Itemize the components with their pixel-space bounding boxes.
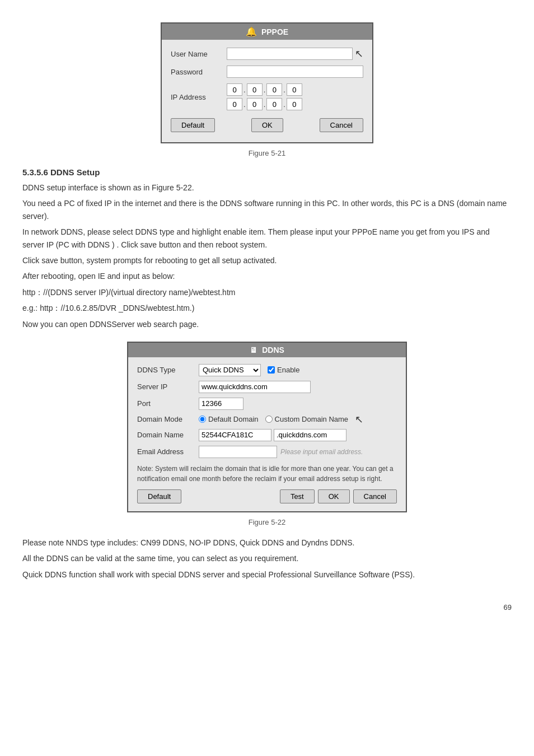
pppoe-title-icon: 🔔 — [246, 26, 257, 37]
section-535-p3: In network DDNS, please select DDNS type… — [22, 226, 512, 251]
figure-522-caption: Figure 5-22 — [22, 518, 512, 526]
domain-name-input[interactable] — [199, 429, 271, 441]
domain-name-label: Domain Name — [137, 431, 199, 439]
ddns-ok-button[interactable]: OK — [318, 489, 350, 503]
section-535-p1: DDNS setup interface is shown as in Figu… — [22, 181, 512, 194]
ddns-title-icon: 🖥 — [250, 346, 257, 354]
ddns-note: Note: System will reclaim the domain tha… — [137, 464, 397, 484]
port-row: Port — [137, 398, 397, 410]
custom-domain-label: Custom Domain Name — [275, 415, 349, 423]
section-535: 5.3.5.6 DDNS Setup DDNS setup interface … — [22, 167, 512, 330]
default-domain-option: Default Domain — [199, 415, 259, 423]
email-address-row: Email Address Please input email address… — [137, 446, 397, 458]
pppoe-title-bar: 🔔 PPPOE — [162, 24, 372, 40]
ddns-title-bar: 🖥 DDNS — [128, 343, 406, 357]
pppoe-cancel-button[interactable]: Cancel — [320, 118, 363, 132]
ddns-type-select[interactable]: Quick DDNS CN99 DDNS NO-IP DDNS Dyndns D… — [199, 364, 261, 376]
ip1-seg4[interactable] — [287, 83, 302, 96]
section-535-link1: http：//(DDNS server IP)/(virtual directo… — [22, 286, 512, 298]
default-domain-radio[interactable] — [199, 416, 206, 423]
pppoe-ok-button[interactable]: OK — [251, 118, 283, 132]
custom-domain-option: Custom Domain Name — [265, 415, 349, 423]
ddns-buttons: Default Test OK Cancel — [137, 489, 397, 505]
email-address-label: Email Address — [137, 447, 199, 456]
domain-cursor-icon: ↖ — [355, 414, 363, 424]
password-row: Password — [171, 66, 363, 78]
section-535-p2: You need a PC of fixed IP in the interne… — [22, 197, 512, 222]
pppoe-default-button[interactable]: Default — [171, 118, 215, 132]
server-ip-row: Server IP — [137, 381, 397, 393]
domain-name-row: Domain Name — [137, 429, 397, 441]
ddns-dialog-container: 🖥 DDNS DDNS Type Quick DDNS CN99 DDNS NO… — [22, 342, 512, 512]
cursor-icon: ↖ — [355, 49, 363, 59]
ddns-cancel-button[interactable]: Cancel — [353, 489, 397, 503]
bottom-text-section: Please note NNDS type includes: CN99 DDN… — [22, 536, 512, 581]
domain-suffix-input[interactable] — [274, 429, 346, 441]
ip2-seg4[interactable] — [287, 98, 302, 110]
bottom-p3: Quick DDNS function shall work with spec… — [22, 568, 512, 581]
domain-mode-label: Domain Mode — [137, 415, 199, 423]
email-input[interactable] — [199, 446, 277, 458]
section-535-p5: After rebooting, open IE and input as be… — [22, 270, 512, 282]
ddns-dialog: 🖥 DDNS DDNS Type Quick DDNS CN99 DDNS NO… — [127, 342, 407, 512]
ddns-enable-checkbox[interactable] — [268, 366, 275, 374]
username-label: User Name — [171, 50, 227, 58]
ddns-type-enable: Quick DDNS CN99 DDNS NO-IP DDNS Dyndns D… — [199, 364, 299, 376]
page-number: 69 — [22, 603, 512, 612]
server-ip-label: Server IP — [137, 382, 199, 391]
domain-name-inputs — [199, 429, 346, 441]
username-input[interactable] — [227, 48, 353, 60]
domain-mode-row: Domain Mode Default Domain Custom Domain… — [137, 414, 397, 424]
pppoe-dialog: 🔔 PPPOE User Name ↖ Password IP Address … — [161, 22, 373, 143]
bottom-p2: All the DDNS can be valid at the same ti… — [22, 552, 512, 564]
ip1-seg1[interactable] — [227, 83, 242, 96]
port-label: Port — [137, 399, 199, 408]
pppoe-buttons: Default OK Cancel — [171, 118, 363, 134]
ip1-seg2[interactable] — [247, 83, 263, 96]
ip2-seg1[interactable] — [227, 98, 242, 110]
section-535-p6: Now you can open DDNSServer web search p… — [22, 318, 512, 330]
ip1-seg3[interactable] — [266, 83, 282, 96]
section-535-heading: 5.3.5.6 DDNS Setup — [22, 167, 512, 177]
ddns-test-button[interactable]: Test — [280, 489, 315, 503]
bottom-p1: Please note NNDS type includes: CN99 DDN… — [22, 536, 512, 549]
username-row: User Name ↖ — [171, 48, 363, 60]
ip-row-2: . . . — [227, 98, 302, 110]
section-535-p4: Click save button, system prompts for re… — [22, 254, 512, 267]
custom-domain-radio[interactable] — [265, 416, 273, 423]
ddns-default-button[interactable]: Default — [137, 489, 181, 503]
password-input[interactable] — [227, 66, 363, 78]
ddns-enable-label: Enable — [277, 366, 299, 374]
ip2-seg2[interactable] — [247, 98, 263, 110]
ip2-seg3[interactable] — [266, 98, 282, 110]
pppoe-title: PPPOE — [261, 27, 288, 36]
domain-mode-radio-group: Default Domain Custom Domain Name ↖ — [199, 414, 363, 424]
ip-address-label: IP Address — [171, 93, 227, 101]
default-domain-label: Default Domain — [208, 415, 259, 423]
password-label: Password — [171, 68, 227, 76]
pppoe-dialog-content: User Name ↖ Password IP Address . . — [162, 40, 372, 142]
ddns-title: DDNS — [262, 346, 284, 354]
ddns-right-buttons: Test OK Cancel — [280, 489, 397, 503]
ddns-type-row: DDNS Type Quick DDNS CN99 DDNS NO-IP DDN… — [137, 364, 397, 376]
figure-521-caption: Figure 5-21 — [22, 149, 512, 157]
ip-address-row: IP Address . . . . . — [171, 83, 363, 110]
email-placeholder: Please input email address. — [280, 448, 363, 456]
port-input[interactable] — [199, 398, 243, 410]
ip-row-1: . . . — [227, 83, 302, 96]
section-535-link2: e.g.: http：//10.6.2.85/DVR _DDNS/webtest… — [22, 302, 512, 314]
pppoe-dialog-container: 🔔 PPPOE User Name ↖ Password IP Address … — [22, 22, 512, 143]
server-ip-input[interactable] — [199, 381, 311, 393]
ddns-content: DDNS Type Quick DDNS CN99 DDNS NO-IP DDN… — [128, 357, 406, 511]
ddns-type-label: DDNS Type — [137, 366, 199, 374]
